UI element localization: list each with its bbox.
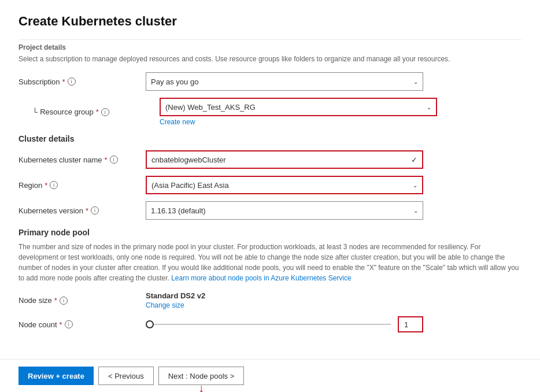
subscription-info-icon[interactable]: i xyxy=(68,77,76,86)
node-count-input[interactable] xyxy=(398,316,423,332)
k8s-version-row: Kubernetes version * i 1.16.13 (default)… xyxy=(19,201,521,220)
cluster-details-section: Cluster details Kubernetes cluster name … xyxy=(19,134,521,220)
page-title: Create Kubernetes cluster xyxy=(19,14,521,29)
subscription-required: * xyxy=(62,77,65,86)
footer: Review + create < Previous Next : Node p… xyxy=(0,359,540,392)
cluster-name-value: cnbateblogwebCluster xyxy=(151,156,226,164)
primary-node-label: Primary node pool xyxy=(19,228,521,237)
k8s-version-label: Kubernetes version * i xyxy=(19,206,146,215)
subscription-select[interactable]: Pay as you go ⌄ xyxy=(146,72,423,91)
node-size-info-icon[interactable]: i xyxy=(60,297,68,305)
node-count-slider-wrap xyxy=(146,316,423,332)
change-size-link[interactable]: Change size xyxy=(146,301,423,309)
region-control: (Asia Pacific) East Asia ⌄ xyxy=(146,176,423,194)
k8s-version-chevron-icon: ⌄ xyxy=(413,208,418,214)
next-button[interactable]: Next : Node pools > ↓ xyxy=(158,367,245,385)
project-details-label: Project details xyxy=(19,39,521,51)
resource-group-row: └ Resource group * i (New) Web_Test_AKS_… xyxy=(19,98,521,126)
primary-node-section: Primary node pool The number and size of… xyxy=(19,228,521,332)
region-info-icon[interactable]: i xyxy=(50,181,58,189)
k8s-version-required: * xyxy=(86,206,88,215)
previous-button[interactable]: < Previous xyxy=(98,367,154,385)
review-create-button[interactable]: Review + create xyxy=(19,367,94,385)
k8s-version-select[interactable]: 1.16.13 (default) ⌄ xyxy=(146,201,423,220)
cluster-name-info-icon[interactable]: i xyxy=(110,156,118,164)
node-size-required: * xyxy=(54,296,57,305)
region-required: * xyxy=(45,181,47,190)
node-size-control: Standard DS2 v2 Change size xyxy=(146,291,423,309)
project-details-description: Select a subscription to manage deployed… xyxy=(19,54,521,64)
resource-group-required: * xyxy=(96,108,99,116)
node-size-row: Node size * i Standard DS2 v2 Change siz… xyxy=(19,291,521,309)
subscription-label: Subscription * i xyxy=(19,77,146,86)
cluster-name-control: cnbateblogwebCluster ✓ xyxy=(146,150,423,169)
k8s-version-control: 1.16.13 (default) ⌄ xyxy=(146,201,423,220)
k8s-version-value: 1.16.13 (default) xyxy=(151,206,206,215)
resource-group-select[interactable]: (New) Web_Test_AKS_RG ⌄ xyxy=(160,98,437,116)
region-row: Region * i (Asia Pacific) East Asia ⌄ xyxy=(19,176,521,194)
node-count-control xyxy=(146,316,423,332)
k8s-version-info-icon[interactable]: i xyxy=(91,206,99,215)
resource-group-info-icon[interactable]: i xyxy=(101,108,109,116)
create-new-link[interactable]: Create new xyxy=(160,118,195,126)
subscription-control: Pay as you go ⌄ xyxy=(146,72,423,91)
node-count-label: Node count * i xyxy=(19,320,146,329)
cluster-name-check-icon: ✓ xyxy=(411,156,417,164)
region-chevron-icon: ⌄ xyxy=(413,182,417,188)
cluster-name-row: Kubernetes cluster name * i cnbateblogwe… xyxy=(19,150,521,169)
subscription-chevron-icon: ⌄ xyxy=(413,79,418,85)
region-select[interactable]: (Asia Pacific) East Asia ⌄ xyxy=(146,176,423,194)
node-size-label: Node size * i xyxy=(19,296,146,305)
node-count-slider-track[interactable] xyxy=(146,324,391,325)
cluster-name-label: Kubernetes cluster name * i xyxy=(19,156,146,164)
node-size-value: Standard DS2 v2 xyxy=(146,291,423,300)
next-arrow-indicator: ↓ xyxy=(198,382,204,392)
resource-group-value: (New) Web_Test_AKS_RG xyxy=(165,103,256,112)
region-label: Region * i xyxy=(19,181,146,190)
resource-group-control: (New) Web_Test_AKS_RG ⌄ Create new xyxy=(160,98,437,126)
primary-node-description: The number and size of nodes in the prim… xyxy=(19,242,521,283)
resource-group-label: └ Resource group * i xyxy=(32,108,160,116)
resource-group-chevron-icon: ⌄ xyxy=(427,104,431,110)
node-count-slider-thumb[interactable] xyxy=(146,320,154,328)
cluster-name-required: * xyxy=(105,156,108,164)
node-count-row: Node count * i xyxy=(19,316,521,332)
region-value: (Asia Pacific) East Asia xyxy=(151,181,229,190)
subscription-row: Subscription * i Pay as you go ⌄ xyxy=(19,72,521,91)
subscription-value: Pay as you go xyxy=(151,77,198,86)
cluster-details-label: Cluster details xyxy=(19,134,521,143)
cluster-name-input[interactable]: cnbateblogwebCluster ✓ xyxy=(146,150,423,169)
node-count-required: * xyxy=(60,320,62,329)
project-details-section: Project details Select a subscription to… xyxy=(19,39,521,126)
learn-more-link[interactable]: Learn more about node pools in Azure Kub… xyxy=(171,274,352,282)
node-count-info-icon[interactable]: i xyxy=(65,320,73,328)
next-button-label: Next : Node pools > xyxy=(168,372,235,380)
